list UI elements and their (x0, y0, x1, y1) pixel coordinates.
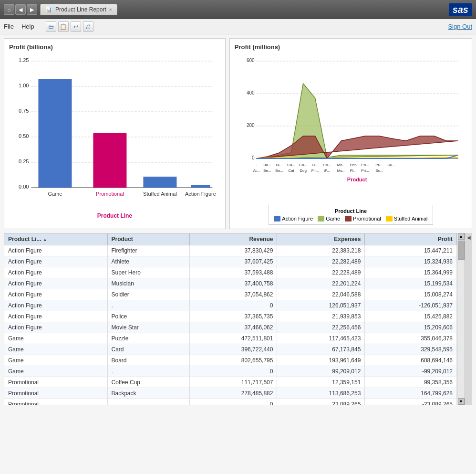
table-cell: 37,607,425 (189, 256, 277, 267)
svg-text:Su...: Su... (387, 163, 395, 167)
bar-chart-title: Profit (billions) (9, 43, 220, 51)
table-cell: Movie Star (107, 322, 189, 333)
table-cell: 37,054,862 (189, 289, 277, 300)
table-cell: Promotional (4, 377, 108, 388)
svg-text:iP...: iP... (324, 169, 330, 173)
table-cell: 37,466,062 (189, 322, 277, 333)
svg-text:Stuffed Animal: Stuffed Animal (143, 191, 177, 197)
table-cell: 164,799,628 (365, 388, 457, 399)
scrollbar-track[interactable]: ▲ ▼ (457, 233, 465, 405)
table-cell: 37,593,488 (189, 267, 277, 278)
table-cell: 37,365,735 (189, 311, 277, 322)
table-cell: 193,961,649 (277, 355, 365, 366)
scroll-thumb[interactable] (458, 241, 465, 260)
table-cell: 15,209,606 (365, 322, 457, 333)
table-row: Action Figure.0126,051,937-126,051,937 (4, 300, 457, 311)
table-cell: 99,358,356 (365, 377, 457, 388)
legend-label-game: Game (326, 216, 340, 221)
table-row: GamePuzzle472,511,801117,465,423355,046,… (4, 333, 457, 344)
help-menu[interactable]: Help (21, 23, 34, 30)
open-icon[interactable]: 🗁 (46, 21, 56, 32)
svg-text:Fir...: Fir... (311, 169, 319, 173)
tab-close-button[interactable]: × (109, 7, 112, 12)
title-bar: ⌂ ◀ ▶ 📊 Product Line Report × sas (0, 0, 476, 19)
table-cell: -99,209,012 (365, 366, 457, 377)
table-cell: 22,201,224 (277, 278, 365, 289)
table-cell: Action Figure (4, 311, 108, 322)
table-row: Game.099,209,012-99,209,012 (4, 366, 457, 377)
table-cell: . (107, 300, 189, 311)
svg-text:At...: At... (253, 169, 259, 173)
table-cell: 12,359,151 (277, 377, 365, 388)
report-tab[interactable]: 📊 Product Line Report × (40, 4, 117, 15)
table-cell: 117,465,423 (277, 333, 365, 344)
area-chart-svg: 600 400 200 0 . Ba... (235, 53, 467, 200)
table-cell: Game (4, 333, 108, 344)
svg-text:Mo...: Mo... (337, 163, 346, 167)
svg-text:1.00: 1.00 (19, 83, 29, 88)
col-revenue[interactable]: Revenue (189, 233, 277, 245)
nav-buttons[interactable]: ⌂ ◀ ▶ (4, 4, 37, 15)
table-cell: 15,008,274 (365, 289, 457, 300)
col-product[interactable]: Product (107, 233, 189, 245)
sas-logo: sas (449, 3, 472, 16)
data-table-wrapper: Product Li... ▲ Product Revenue Expenses… (4, 233, 472, 405)
table-cell: -23,089,265 (365, 399, 457, 405)
table-cell: 21,939,853 (277, 311, 365, 322)
svg-text:Co...: Co... (299, 163, 307, 167)
toolbar-icons: 🗁 📋 ↩ 🖨 (46, 21, 93, 32)
svg-text:Pu...: Pu... (375, 163, 383, 167)
table-cell: 37,400,758 (189, 278, 277, 289)
table-cell: Card (107, 344, 189, 355)
side-collapse-button[interactable]: ◀ (467, 235, 471, 240)
svg-text:0.50: 0.50 (19, 133, 29, 139)
bar-stuffed-animal[interactable] (143, 177, 176, 188)
forward-button[interactable]: ▶ (27, 4, 37, 15)
area-chart-title: Profit (millions) (235, 43, 467, 51)
table-cell: 802,655,795 (189, 355, 277, 366)
table-cell: 0 (189, 366, 277, 377)
svg-text:Game: Game (48, 191, 62, 197)
svg-text:Mu...: Mu... (337, 169, 346, 173)
table-cell: Action Figure (4, 256, 108, 267)
bar-chart-x-label: Product Line (9, 212, 220, 219)
legend-label-stuffed-animal: Stuffed Animal (394, 216, 428, 221)
scroll-up-button[interactable]: ▲ (458, 233, 465, 240)
menu-bar: File Help 🗁 📋 ↩ 🖨 Sign Out (0, 19, 476, 34)
table-cell: 111,717,507 (189, 377, 277, 388)
table-scroll-area[interactable]: Product Li... ▲ Product Revenue Expenses… (4, 233, 457, 405)
table-cell: . (107, 399, 189, 405)
back-button[interactable]: ◀ (15, 4, 26, 15)
bar-game[interactable] (38, 79, 72, 188)
table-cell: 15,199,534 (365, 278, 457, 289)
print-icon[interactable]: 🖨 (83, 21, 93, 32)
refresh-icon[interactable]: ↩ (71, 21, 81, 32)
legend-title: Product Line (335, 208, 367, 214)
bar-promotional[interactable] (93, 133, 126, 188)
table-cell: . (107, 366, 189, 377)
home-button[interactable]: ⌂ (4, 4, 14, 15)
svg-text:Be...: Be... (263, 169, 271, 173)
tab-label: Product Line Report (55, 6, 106, 13)
table-cell: Backpack (107, 388, 189, 399)
side-panel[interactable]: ◀ (465, 233, 472, 405)
bar-action-figure[interactable] (191, 185, 210, 188)
table-cell: Athlete (107, 256, 189, 267)
table-row: Promotional.023,089,265-23,089,265 (4, 399, 457, 405)
table-cell: 472,511,801 (189, 333, 277, 344)
table-cell: 608,694,146 (365, 355, 457, 366)
legend-label-promotional: Promotional (353, 216, 381, 221)
legend-items: Action Figure Game Promotional Stuf (274, 216, 427, 221)
copy-icon[interactable]: 📋 (58, 21, 69, 32)
svg-text:200: 200 (247, 123, 255, 128)
sign-out-link[interactable]: Sign Out (448, 23, 472, 30)
col-product-line[interactable]: Product Li... ▲ (4, 233, 108, 245)
col-profit[interactable]: Profit (365, 233, 457, 245)
table-cell: 0 (189, 300, 277, 311)
col-expenses[interactable]: Expenses (277, 233, 365, 245)
file-menu[interactable]: File (4, 23, 14, 30)
table-cell: 15,364,999 (365, 267, 457, 278)
scroll-down-button[interactable]: ▼ (458, 398, 465, 405)
table-cell: 23,089,265 (277, 399, 365, 405)
legend-game: Game (318, 216, 340, 221)
